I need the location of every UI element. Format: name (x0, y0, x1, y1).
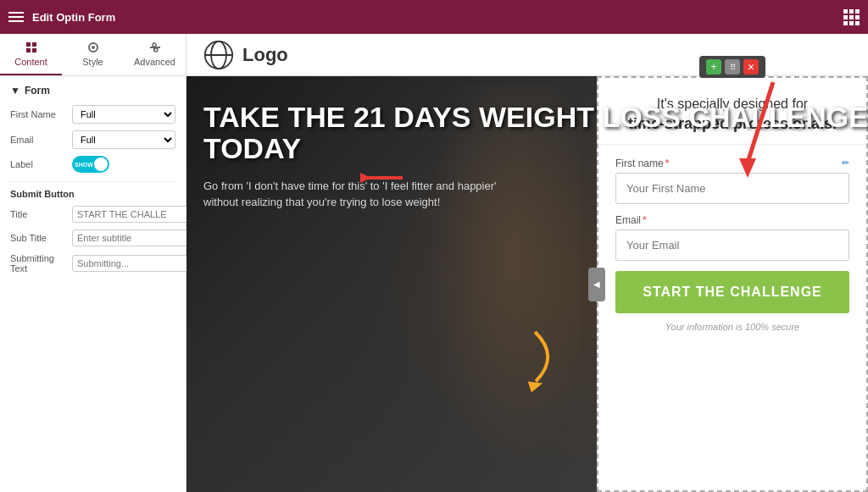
sidebar-tabs: Content Style Advanced (0, 34, 186, 76)
toolbar-move-button[interactable]: ⠿ (725, 59, 740, 75)
label-toggle-row: Label (10, 156, 175, 173)
first-name-select[interactable]: Full (72, 105, 175, 124)
top-bar: Edit Optin Form (0, 0, 868, 34)
email-label: Email (10, 135, 65, 145)
logo-area: Logo (203, 40, 288, 70)
form-section-header: ▼ Form (10, 85, 175, 97)
submit-title-input[interactable] (72, 206, 199, 223)
svg-rect-2 (26, 48, 31, 53)
label-toggle-label: Label (10, 159, 65, 169)
divider-1 (10, 181, 175, 182)
hero-content: TAKE THE 21 DAYS WEIGHT LOSS CHALLENGE T… (203, 102, 868, 211)
svg-rect-0 (26, 42, 31, 47)
grid-icon[interactable] (843, 9, 860, 25)
logo-svg-icon (203, 40, 234, 70)
submit-button[interactable]: START THE CHALLENGE (615, 271, 849, 313)
subtitle-label: Sub Title (10, 233, 65, 243)
sidebar: Content Style Advanced (0, 34, 186, 492)
toggle-knob (94, 158, 108, 171)
svg-rect-1 (32, 42, 36, 47)
tab-advanced[interactable]: Advanced (124, 34, 186, 75)
top-bar-left: Edit Optin Form (8, 11, 115, 24)
submitting-text-input[interactable] (72, 255, 199, 272)
hero-title: TAKE THE 21 DAYS WEIGHT LOSS CHALLENGE T… (203, 102, 868, 165)
submit-title-row: Title (10, 206, 175, 223)
submit-section-title: Submit Button (10, 189, 175, 199)
tab-style-label: Style (82, 57, 103, 67)
tab-content-label: Content (14, 57, 47, 67)
content-area: Logo TAKE THE 21 DAYS WEIGHT LOSS CHALLE… (186, 34, 868, 492)
toolbar-close-button[interactable]: × (743, 59, 759, 75)
svg-point-8 (153, 43, 156, 47)
canvas-area: TAKE THE 21 DAYS WEIGHT LOSS CHALLENGE T… (186, 76, 868, 492)
submit-title-label: Title (10, 209, 65, 219)
first-name-row: First Name Full (10, 105, 175, 124)
label-toggle-switch[interactable] (72, 156, 109, 173)
main-layout: Content Style Advanced (0, 34, 868, 492)
tab-advanced-label: Advanced (134, 57, 175, 67)
sidebar-content: ▼ Form First Name Full Email Full Label (0, 76, 186, 289)
email-field-input[interactable] (615, 229, 849, 261)
tab-content[interactable]: Content (0, 34, 62, 75)
top-bar-right (843, 9, 860, 25)
subtitle-input[interactable] (72, 229, 199, 246)
hero-subtitle: Go from 'I don't have time for this' to … (203, 178, 526, 211)
submitting-text-label: Submitting Text (10, 253, 65, 274)
form-section-title: Form (25, 85, 50, 97)
tab-style[interactable]: Style (62, 34, 124, 75)
secure-text: Your information is 100% secure (615, 322, 849, 332)
email-field-label-text: Email* (615, 214, 647, 226)
logo-text: Logo (242, 44, 288, 66)
submitting-text-row: Submitting Text (10, 253, 175, 274)
svg-rect-3 (32, 48, 36, 53)
svg-point-9 (154, 48, 158, 52)
email-row: Email Full (10, 130, 175, 149)
subtitle-row: Sub Title (10, 229, 175, 246)
content-header: Logo (186, 34, 868, 76)
toolbar-add-button[interactable]: + (706, 59, 721, 75)
email-select[interactable]: Full (72, 130, 175, 149)
chevron-icon: ▼ (10, 85, 20, 97)
first-name-label: First Name (10, 109, 65, 119)
email-field-label: Email* (615, 214, 849, 226)
canvas-resize-handle[interactable]: ◀ (588, 268, 605, 301)
svg-point-5 (92, 46, 95, 49)
panel-toolbar: + ⠿ × (699, 56, 765, 78)
hamburger-icon[interactable] (8, 12, 24, 22)
top-bar-title: Edit Optin Form (32, 11, 115, 24)
